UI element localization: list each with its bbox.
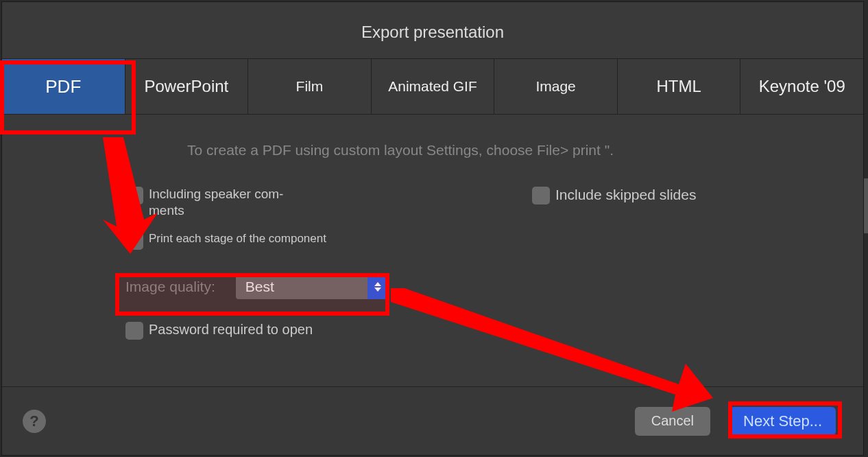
- checkbox-label: Including speaker com- ments: [149, 186, 283, 219]
- option-print-stages[interactable]: Print each stage of the component: [125, 231, 326, 250]
- tab-film[interactable]: Film: [248, 59, 372, 114]
- scrollbar-thumb[interactable]: [864, 178, 868, 233]
- tab-html[interactable]: HTML: [618, 59, 741, 114]
- tab-keynote09[interactable]: Keynote '09: [740, 59, 863, 114]
- checkbox-label: Password required to open: [149, 321, 313, 338]
- checkbox-icon[interactable]: [125, 232, 143, 250]
- chevron-up-icon: [374, 282, 381, 286]
- image-quality-row: Image quality: Best: [125, 274, 822, 299]
- next-step-button[interactable]: Next Step...: [730, 407, 836, 436]
- image-quality-select[interactable]: Best: [236, 274, 388, 299]
- dialog-body: To create a PDF using custom layout Sett…: [2, 115, 863, 386]
- checkbox-label: Print each stage of the component: [149, 231, 326, 246]
- chevron-down-icon: [374, 288, 381, 292]
- checkbox-icon[interactable]: [125, 322, 143, 340]
- cancel-button[interactable]: Cancel: [635, 407, 710, 436]
- dialog-title: Export presentation: [2, 2, 863, 58]
- checkbox-icon[interactable]: [532, 187, 550, 204]
- export-format-tabs: PDF PowerPoint Film Animated GIF Image H…: [2, 58, 863, 115]
- tab-animated-gif[interactable]: Animated GIF: [372, 59, 495, 114]
- checkbox-icon[interactable]: [125, 187, 143, 204]
- option-speaker-comments[interactable]: Including speaker com- ments: [125, 186, 326, 219]
- stepper-arrows-icon[interactable]: [367, 274, 388, 299]
- option-password[interactable]: Password required to open: [125, 321, 822, 340]
- select-value: Best: [236, 279, 367, 295]
- tab-pdf[interactable]: PDF: [2, 59, 125, 114]
- tab-image[interactable]: Image: [494, 59, 618, 114]
- option-include-skipped[interactable]: Include skipped slides: [532, 186, 696, 204]
- export-dialog: Export presentation PDF PowerPoint Film …: [1, 1, 864, 456]
- help-button[interactable]: ?: [23, 410, 46, 433]
- layout-hint-text: To create a PDF using custom layout Sett…: [187, 142, 822, 159]
- image-quality-label: Image quality:: [125, 279, 215, 295]
- checkbox-label: Include skipped slides: [555, 186, 696, 204]
- dialog-footer: ? Cancel Next Step...: [2, 386, 863, 455]
- tab-powerpoint[interactable]: PowerPoint: [125, 59, 249, 114]
